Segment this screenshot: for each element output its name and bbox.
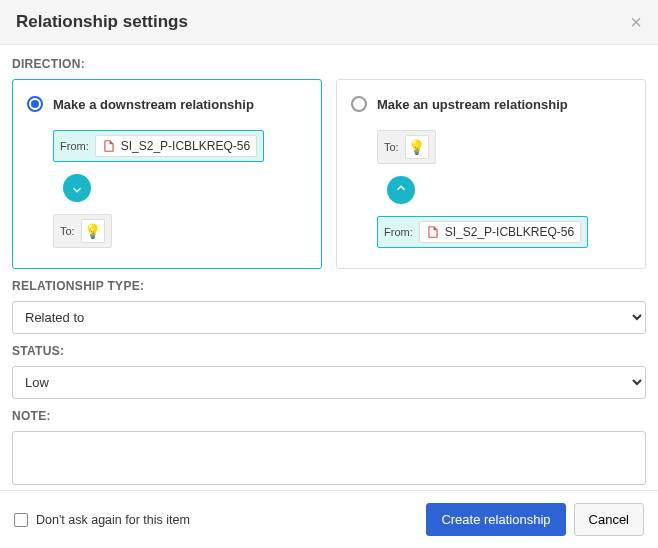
- document-icon: [102, 139, 116, 153]
- dialog-header: Relationship settings ×: [0, 0, 658, 45]
- footer-right: Create relationship Cancel: [426, 503, 644, 536]
- upstream-from-chip: From: SI_S2_P-ICBLKREQ-56: [377, 216, 588, 248]
- bulb-icon: 💡: [81, 219, 105, 243]
- upstream-to-chip: To: 💡: [377, 130, 436, 164]
- relationship-type-label: RELATIONSHIP TYPE:: [12, 279, 646, 293]
- note-label: NOTE:: [12, 409, 646, 423]
- downstream-card-head: Make a downstream relationship: [27, 96, 307, 112]
- downstream-from-value: SI_S2_P-ICBLKREQ-56: [121, 139, 250, 153]
- bulb-icon: 💡: [405, 135, 429, 159]
- footer-left: Don't ask again for this item: [14, 513, 190, 527]
- downstream-from-chip: From: SI_S2_P-ICBLKREQ-56: [53, 130, 264, 162]
- dialog-title: Relationship settings: [16, 12, 188, 32]
- relationship-type-select[interactable]: Related to: [12, 301, 646, 334]
- dont-ask-checkbox[interactable]: [14, 513, 28, 527]
- to-label: To:: [60, 225, 75, 237]
- downstream-title: Make a downstream relationship: [53, 97, 254, 112]
- arrow-down-icon: [63, 174, 91, 202]
- status-label: STATUS:: [12, 344, 646, 358]
- downstream-card[interactable]: Make a downstream relationship From: SI_…: [12, 79, 322, 269]
- downstream-radio[interactable]: [27, 96, 43, 112]
- upstream-body: To: 💡 From: SI_S2_P-ICBLKREQ-56: [351, 130, 631, 248]
- upstream-card-head: Make an upstream relationship: [351, 96, 631, 112]
- close-icon[interactable]: ×: [630, 12, 642, 32]
- upstream-radio[interactable]: [351, 96, 367, 112]
- dont-ask-label: Don't ask again for this item: [36, 513, 190, 527]
- cancel-button[interactable]: Cancel: [574, 503, 644, 536]
- upstream-card[interactable]: Make an upstream relationship To: 💡 From…: [336, 79, 646, 269]
- downstream-body: From: SI_S2_P-ICBLKREQ-56 To: 💡: [27, 130, 307, 248]
- direction-cards: Make a downstream relationship From: SI_…: [12, 79, 646, 269]
- downstream-to-chip: To: 💡: [53, 214, 112, 248]
- upstream-title: Make an upstream relationship: [377, 97, 568, 112]
- arrow-up-icon: [387, 176, 415, 204]
- document-icon: [426, 225, 440, 239]
- upstream-from-value: SI_S2_P-ICBLKREQ-56: [445, 225, 574, 239]
- note-textarea[interactable]: [12, 431, 646, 485]
- dialog-body: DIRECTION: Make a downstream relationshi…: [0, 45, 658, 490]
- direction-label: DIRECTION:: [12, 57, 646, 71]
- to-label: To:: [384, 141, 399, 153]
- create-relationship-button[interactable]: Create relationship: [426, 503, 565, 536]
- downstream-from-item: SI_S2_P-ICBLKREQ-56: [95, 135, 257, 157]
- from-label: From:: [60, 140, 89, 152]
- status-select[interactable]: Low: [12, 366, 646, 399]
- from-label: From:: [384, 226, 413, 238]
- upstream-from-item: SI_S2_P-ICBLKREQ-56: [419, 221, 581, 243]
- dialog-footer: Don't ask again for this item Create rel…: [0, 490, 658, 548]
